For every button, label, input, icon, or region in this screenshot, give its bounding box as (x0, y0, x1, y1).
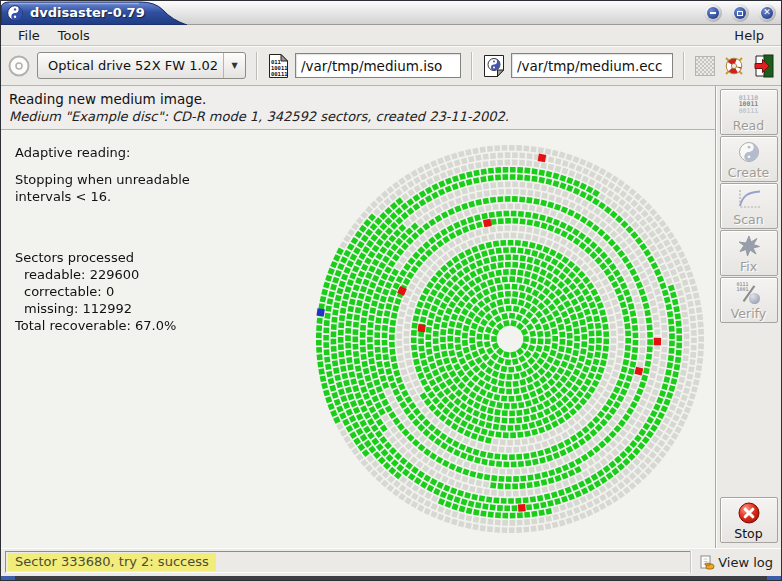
toolbar-separator (256, 52, 258, 80)
image-file-icon: 011 10011 00111 (268, 53, 289, 79)
sectors-processed-heading: Sectors processed (15, 249, 190, 266)
quit-icon[interactable] (753, 54, 775, 78)
app-window: dvdisaster-0.79 ✕ File Tools Help Optica… (0, 0, 782, 581)
sectors-correctable-row: correctable: 0 (15, 283, 190, 300)
menu-help[interactable]: Help (725, 26, 773, 45)
action-sidebar: 01110 10011 00111 Read Create (715, 86, 781, 548)
preferences-disabled-icon[interactable] (695, 56, 715, 76)
total-recoverable-value: 67.0% (135, 318, 176, 333)
window-controls: ✕ (704, 4, 776, 22)
drive-icon (7, 54, 31, 78)
scan-button[interactable]: Scan (720, 183, 778, 229)
app-logo-yinyang-icon (7, 5, 23, 21)
verify-button-label: Verify (731, 306, 766, 321)
fix-button-label: Fix (740, 259, 757, 274)
toolbar-separator (683, 52, 685, 80)
minimize-button[interactable] (704, 4, 722, 22)
missing-label: missing: (24, 301, 78, 316)
image-file-input[interactable] (295, 53, 461, 78)
menu-file[interactable]: File (9, 26, 49, 45)
view-log-button[interactable]: View log (691, 551, 777, 573)
svg-text:00111: 00111 (271, 71, 288, 77)
window-bottom-frame (1, 576, 781, 580)
status-header: Reading new medium image. Medium "Exampl… (1, 86, 715, 130)
adaptive-reading-title: Adaptive reading: (15, 144, 190, 161)
create-button-label: Create (728, 165, 770, 180)
close-icon: ✕ (761, 7, 773, 19)
verify-icon: 0111 1001 (737, 280, 761, 306)
toolbar: Optical drive 52X FW 1.02 ▼ 011 10011 00… (1, 46, 781, 86)
fix-button[interactable]: Fix (720, 230, 778, 276)
resize-grip-left[interactable] (1, 576, 15, 580)
status-message-panel: Sector 333680, try 2: success (5, 551, 691, 573)
sectors-readable-row: readable: 229600 (15, 266, 190, 283)
menu-tools[interactable]: Tools (49, 26, 99, 45)
readable-value: 229600 (90, 267, 140, 282)
stop-button-label: Stop (734, 526, 762, 541)
toolbar-separator (471, 52, 473, 80)
drive-selector-arrow-button[interactable]: ▼ (223, 53, 245, 78)
scan-curve-icon (736, 186, 762, 212)
read-button-label: Read (733, 118, 764, 133)
scan-button-label: Scan (733, 212, 763, 227)
reading-info-panel: Adaptive reading: Stopping when unreadab… (15, 144, 190, 334)
window-title: dvdisaster-0.79 (30, 5, 145, 20)
chevron-down-icon: ▼ (231, 61, 237, 70)
help-lifesaver-icon[interactable] (721, 53, 747, 79)
maximize-icon (734, 7, 746, 19)
stop-button[interactable]: Stop (720, 497, 778, 543)
maximize-button[interactable] (731, 4, 749, 22)
total-recoverable-label: Total recoverable: (15, 318, 131, 333)
status-header-line1: Reading new medium image. (9, 91, 707, 107)
titlebar[interactable]: dvdisaster-0.79 ✕ (1, 1, 781, 25)
status-message: Sector 333680, try 2: success (8, 553, 216, 571)
ecc-file-input[interactable] (511, 53, 673, 78)
drive-selector[interactable]: Optical drive 52X FW 1.02 ▼ (37, 52, 246, 79)
readable-label: readable: (24, 267, 85, 282)
statusbar: Sector 333680, try 2: success View log (1, 548, 781, 576)
resize-grip-right[interactable] (767, 576, 781, 580)
view-log-label: View log (718, 555, 773, 570)
create-button[interactable]: Create (720, 136, 778, 182)
read-button[interactable]: 01110 10011 00111 Read (720, 89, 778, 135)
create-yinyang-icon (738, 139, 760, 165)
minimize-icon (707, 7, 719, 19)
reading-visualization-area: Adaptive reading: Stopping when unreadab… (1, 130, 715, 548)
close-button[interactable]: ✕ (758, 4, 776, 22)
stopping-condition-line1: Stopping when unreadable (15, 171, 190, 188)
fix-splat-icon (737, 233, 761, 259)
view-log-hand-icon (700, 555, 715, 570)
stopping-condition-line2: intervals < 16. (15, 188, 190, 205)
ecc-file-icon (483, 54, 505, 78)
missing-value: 112992 (82, 301, 132, 316)
medium-info-line: Medium "Example disc": CD-R mode 1, 3425… (9, 109, 707, 124)
correctable-value: 0 (106, 284, 114, 299)
menubar: File Tools Help (1, 25, 781, 46)
read-binary-icon: 01110 10011 00111 (739, 92, 759, 118)
total-recoverable-row: Total recoverable: 67.0% (15, 317, 190, 334)
left-column: Reading new medium image. Medium "Exampl… (1, 86, 715, 548)
stop-icon (737, 500, 761, 526)
sectors-missing-row: missing: 112992 (15, 300, 190, 317)
verify-button[interactable]: 0111 1001 Verify (720, 277, 778, 323)
content-row: Reading new medium image. Medium "Exampl… (1, 86, 781, 548)
drive-selector-value: Optical drive 52X FW 1.02 (38, 58, 223, 73)
correctable-label: correctable: (24, 284, 102, 299)
